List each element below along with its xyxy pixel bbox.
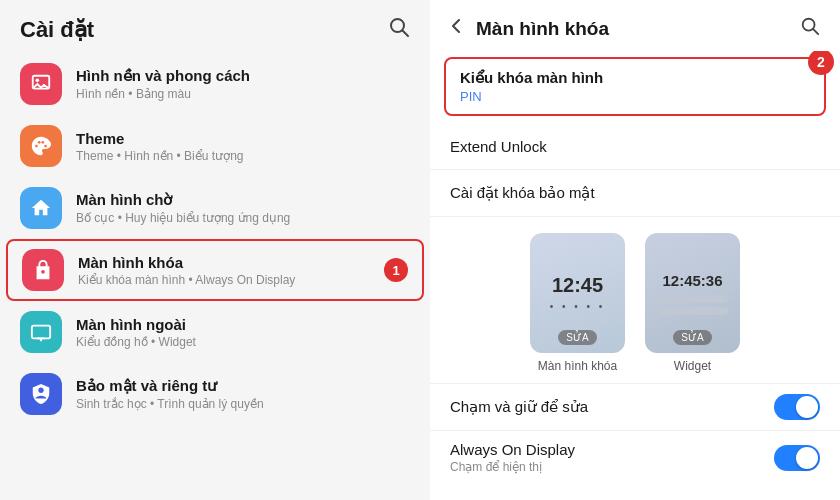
lock-screen-text: Màn hình khóa Kiểu khóa màn hình • Alway… [78, 254, 378, 287]
kieu-khoa-title: Kiểu khóa màn hình [460, 69, 810, 87]
wallpaper-title: Hình nền và phong cách [76, 67, 410, 85]
left-search-icon[interactable] [388, 16, 410, 43]
cham-giu-title: Chạm và giữ để sửa [450, 398, 774, 416]
right-panel: Màn hình khóa Kiểu khóa màn hình PIN 2 E… [430, 0, 840, 500]
wallpaper-text: Hình nền và phong cách Hình nền • Bảng m… [76, 67, 410, 101]
back-icon[interactable] [446, 16, 466, 41]
right-header: Màn hình khóa [430, 0, 840, 51]
home-screen-title: Màn hình chờ [76, 191, 410, 209]
sidebar-item-security[interactable]: Bảo mật và riêng tư Sinh trắc học • Trìn… [0, 363, 430, 425]
cham-giu-toggle-item[interactable]: Chạm và giữ để sửa [430, 383, 840, 430]
kieu-khoa-section[interactable]: Kiểu khóa màn hình PIN 2 [444, 57, 826, 116]
wallpaper-subtitle: Hình nền • Bảng màu [76, 87, 410, 101]
always-on-subtitle: Chạm để hiện thị [450, 460, 774, 474]
always-on-toggle[interactable] [774, 445, 820, 471]
right-panel-title: Màn hình khóa [476, 18, 800, 40]
home-screen-icon [20, 187, 62, 229]
theme-text: Theme Theme • Hình nền • Biểu tượng [76, 130, 410, 163]
lock-screen-label: Màn hình khóa [538, 359, 617, 373]
cham-giu-toggle[interactable] [774, 394, 820, 420]
extend-unlock-item[interactable]: Extend Unlock [430, 124, 840, 170]
kieu-khoa-badge: 2 [808, 51, 834, 75]
cham-giu-text: Chạm và giữ để sửa [450, 398, 774, 416]
theme-title: Theme [76, 130, 410, 147]
security-settings-title: Cài đặt khóa bảo mật [450, 184, 820, 202]
widget-bar-2 [658, 307, 728, 315]
widget-label: Widget [674, 359, 711, 373]
security-subtitle: Sinh trắc học • Trình quản lý quyền [76, 397, 410, 411]
extend-unlock-title: Extend Unlock [450, 138, 820, 155]
svg-point-7 [44, 145, 47, 148]
svg-line-12 [813, 29, 818, 34]
widget-time-display: 12:45:36 [662, 272, 722, 289]
lock-screen-badge: 1 [384, 258, 408, 282]
wallpaper-icon [20, 63, 62, 105]
lock-screen-subtitle: Kiểu khóa màn hình • Always On Display [78, 273, 378, 287]
security-icon [20, 373, 62, 415]
svg-point-6 [41, 141, 44, 144]
security-text: Bảo mật và riêng tư Sinh trắc học • Trìn… [76, 377, 410, 411]
external-screen-title: Màn hình ngoài [76, 316, 410, 333]
widget-sua-button[interactable]: SỬA [673, 330, 711, 345]
home-screen-text: Màn hình chờ Bố cục • Huy hiệu biểu tượn… [76, 191, 410, 225]
widget-mockup: 12:45:36 SỬA [645, 233, 740, 353]
sidebar-item-external-screen[interactable]: Màn hình ngoài Kiểu đồng hồ • Widget [0, 301, 430, 363]
external-screen-text: Màn hình ngoài Kiểu đồng hồ • Widget [76, 316, 410, 349]
sidebar-item-lock-screen[interactable]: Màn hình khóa Kiểu khóa màn hình • Alway… [6, 239, 424, 301]
kieu-khoa-subtitle: PIN [460, 89, 810, 104]
left-panel-title: Cài đặt [20, 17, 94, 43]
svg-point-3 [36, 79, 40, 83]
svg-line-1 [403, 31, 409, 37]
always-on-text: Always On Display Chạm để hiện thị [450, 441, 774, 474]
left-panel: Cài đặt Hình nền và phong cách Hình nền … [0, 0, 430, 500]
svg-rect-8 [32, 326, 50, 339]
right-content: Kiểu khóa màn hình PIN 2 Extend Unlock C… [430, 51, 840, 500]
external-screen-icon [20, 311, 62, 353]
lock-time-display: 12:45 [552, 274, 603, 297]
lock-screen-preview: 12:45 • • • • • SỬA Màn hình khóa [530, 233, 625, 373]
always-on-title: Always On Display [450, 441, 774, 458]
home-screen-subtitle: Bố cục • Huy hiệu biểu tượng ứng dụng [76, 211, 410, 225]
widget-preview: 12:45:36 SỬA Widget [645, 233, 740, 373]
settings-list: Hình nền và phong cách Hình nền • Bảng m… [0, 53, 430, 500]
lock-sua-button[interactable]: SỬA [558, 330, 596, 345]
right-search-icon[interactable] [800, 16, 820, 41]
external-screen-subtitle: Kiểu đồng hồ • Widget [76, 335, 410, 349]
svg-point-5 [38, 141, 41, 144]
theme-icon [20, 125, 62, 167]
theme-subtitle: Theme • Hình nền • Biểu tượng [76, 149, 410, 163]
lock-screen-title: Màn hình khóa [78, 254, 378, 271]
security-settings-item[interactable]: Cài đặt khóa bảo mật [430, 170, 840, 217]
always-on-toggle-item[interactable]: Always On Display Chạm để hiện thị [430, 430, 840, 484]
widget-bar-1 [658, 295, 728, 303]
left-header: Cài đặt [0, 0, 430, 53]
lock-dots-display: • • • • • [550, 301, 606, 312]
sidebar-item-theme[interactable]: Theme Theme • Hình nền • Biểu tượng [0, 115, 430, 177]
sidebar-item-wallpaper[interactable]: Hình nền và phong cách Hình nền • Bảng m… [0, 53, 430, 115]
lock-screen-icon [22, 249, 64, 291]
svg-point-4 [35, 145, 38, 148]
preview-section: 12:45 • • • • • SỬA Màn hình khóa 12:45:… [430, 217, 840, 383]
sidebar-item-home-screen[interactable]: Màn hình chờ Bố cục • Huy hiệu biểu tượn… [0, 177, 430, 239]
security-title: Bảo mật và riêng tư [76, 377, 410, 395]
lock-screen-mockup: 12:45 • • • • • SỬA [530, 233, 625, 353]
